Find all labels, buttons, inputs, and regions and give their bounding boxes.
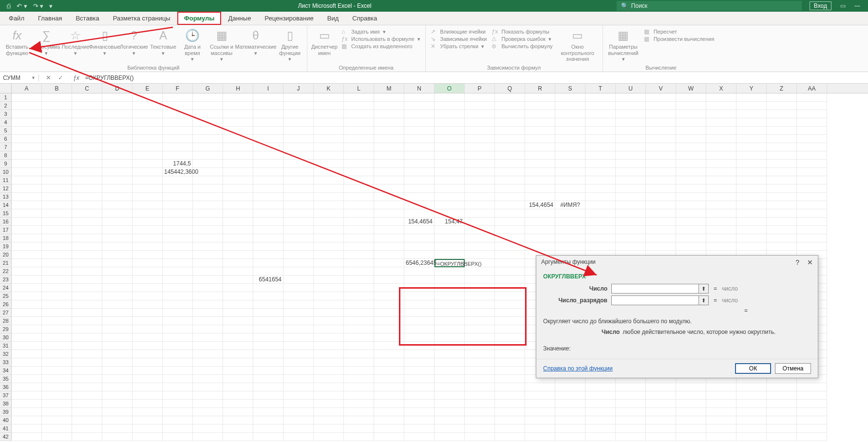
param1-input[interactable] bbox=[611, 284, 699, 294]
cell[interactable] bbox=[253, 433, 283, 441]
cell[interactable] bbox=[404, 267, 434, 276]
save-icon[interactable]: ⎙ bbox=[7, 2, 11, 10]
col-header-K[interactable]: K bbox=[314, 84, 344, 93]
cell[interactable] bbox=[465, 333, 495, 342]
cell[interactable] bbox=[283, 391, 314, 400]
cell[interactable] bbox=[465, 400, 495, 408]
col-header-J[interactable]: J bbox=[283, 84, 314, 93]
cell[interactable] bbox=[314, 242, 344, 251]
cell[interactable] bbox=[797, 234, 827, 242]
name-manager-button[interactable]: ▭ Диспетчер имен bbox=[310, 27, 339, 56]
cell[interactable] bbox=[12, 102, 42, 110]
cell[interactable] bbox=[42, 193, 72, 201]
cell[interactable] bbox=[404, 168, 434, 176]
cell[interactable] bbox=[465, 424, 495, 433]
cell[interactable] bbox=[374, 325, 404, 333]
cell[interactable] bbox=[314, 433, 344, 441]
cell[interactable] bbox=[374, 127, 404, 135]
cell[interactable] bbox=[676, 242, 706, 251]
cell[interactable] bbox=[616, 93, 646, 102]
cell[interactable] bbox=[374, 333, 404, 342]
cell[interactable] bbox=[585, 242, 616, 251]
cell[interactable] bbox=[767, 110, 797, 118]
cell[interactable] bbox=[102, 284, 132, 292]
cell[interactable] bbox=[132, 110, 163, 118]
cell[interactable] bbox=[616, 218, 646, 226]
cell[interactable] bbox=[132, 151, 163, 160]
cell[interactable] bbox=[344, 416, 374, 424]
cell[interactable] bbox=[283, 127, 314, 135]
col-header-I[interactable]: I bbox=[253, 84, 283, 93]
cell[interactable] bbox=[283, 110, 314, 118]
cell[interactable] bbox=[495, 218, 525, 226]
cell[interactable] bbox=[736, 218, 767, 226]
cell[interactable] bbox=[193, 242, 223, 251]
cell[interactable] bbox=[616, 176, 646, 184]
row-header[interactable]: 12 bbox=[0, 184, 12, 193]
ok-button[interactable]: ОК bbox=[735, 363, 771, 374]
cell[interactable] bbox=[283, 226, 314, 234]
cell[interactable] bbox=[223, 400, 253, 408]
cell[interactable] bbox=[646, 184, 676, 193]
cell[interactable] bbox=[646, 127, 676, 135]
cell[interactable] bbox=[12, 367, 42, 375]
cell[interactable] bbox=[434, 110, 465, 118]
cell[interactable] bbox=[495, 143, 525, 151]
cell[interactable] bbox=[193, 408, 223, 416]
cell[interactable] bbox=[374, 168, 404, 176]
param1-range-picker-icon[interactable]: ⬆ bbox=[699, 284, 709, 294]
cell[interactable] bbox=[465, 242, 495, 251]
cell[interactable] bbox=[525, 433, 555, 441]
cell[interactable] bbox=[344, 292, 374, 300]
cell[interactable] bbox=[72, 433, 102, 441]
cell[interactable] bbox=[344, 333, 374, 342]
watch-window-button[interactable]: ▭ Окно контрольного значения bbox=[556, 27, 600, 62]
cell[interactable] bbox=[253, 160, 283, 168]
cell[interactable] bbox=[434, 184, 465, 193]
cell[interactable] bbox=[163, 118, 193, 127]
calc-options-button[interactable]: ▦ Параметры вычислений▾ bbox=[606, 27, 641, 62]
cell[interactable] bbox=[736, 201, 767, 209]
cell[interactable] bbox=[434, 367, 465, 375]
row-header[interactable]: 33 bbox=[0, 358, 12, 367]
cell[interactable] bbox=[404, 424, 434, 433]
cell[interactable] bbox=[132, 201, 163, 209]
cell[interactable] bbox=[223, 317, 253, 325]
cell[interactable] bbox=[102, 391, 132, 400]
math-button[interactable]: θ Математические▾ bbox=[237, 27, 275, 56]
col-header-AA[interactable]: AA bbox=[797, 84, 827, 93]
cell[interactable] bbox=[404, 234, 434, 242]
cell[interactable] bbox=[283, 292, 314, 300]
cell[interactable] bbox=[283, 135, 314, 143]
cell[interactable] bbox=[736, 383, 767, 391]
cell[interactable]: 154,47 bbox=[434, 218, 465, 226]
cell[interactable] bbox=[736, 143, 767, 151]
cell[interactable] bbox=[374, 184, 404, 193]
cell[interactable] bbox=[434, 143, 465, 151]
cell[interactable] bbox=[193, 309, 223, 317]
cell[interactable] bbox=[495, 110, 525, 118]
cell[interactable] bbox=[465, 408, 495, 416]
cell[interactable] bbox=[465, 201, 495, 209]
cell[interactable] bbox=[344, 242, 374, 251]
cell[interactable] bbox=[616, 433, 646, 441]
cell[interactable] bbox=[434, 391, 465, 400]
cell[interactable] bbox=[465, 350, 495, 358]
cell[interactable] bbox=[283, 325, 314, 333]
cell[interactable] bbox=[42, 168, 72, 176]
row-header[interactable]: 20 bbox=[0, 251, 12, 259]
cell[interactable] bbox=[404, 193, 434, 201]
cell[interactable] bbox=[676, 127, 706, 135]
cell[interactable] bbox=[706, 118, 736, 127]
cell[interactable] bbox=[283, 102, 314, 110]
cell[interactable] bbox=[344, 433, 374, 441]
row-header[interactable]: 10 bbox=[0, 168, 12, 176]
cell[interactable] bbox=[465, 110, 495, 118]
cell[interactable] bbox=[12, 391, 42, 400]
cell[interactable] bbox=[163, 433, 193, 441]
cell[interactable] bbox=[585, 209, 616, 218]
cell[interactable] bbox=[465, 276, 495, 284]
select-all-corner[interactable] bbox=[0, 84, 12, 93]
cell[interactable] bbox=[72, 416, 102, 424]
row-header[interactable]: 18 bbox=[0, 234, 12, 242]
